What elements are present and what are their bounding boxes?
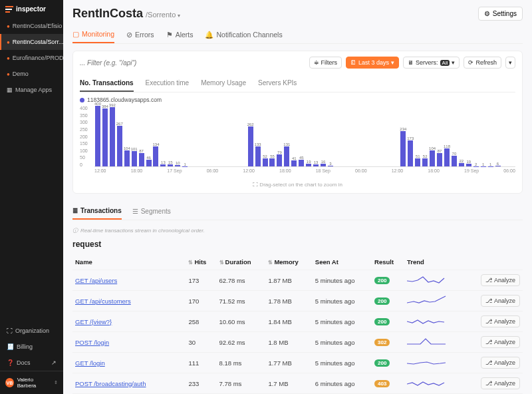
date-range-button[interactable]: 🗓Last 3 days▾: [346, 57, 399, 69]
chart-bar[interactable]: [356, 106, 363, 166]
tab-notification-channels[interactable]: 🔔Notification Channels: [205, 26, 282, 43]
analyze-button[interactable]: ⎇Analyze: [481, 336, 520, 348]
chart-bar[interactable]: 55: [269, 106, 276, 166]
chart-bar[interactable]: 41: [291, 106, 297, 166]
sidebar-app-3[interactable]: ●Demo: [0, 66, 63, 82]
analyze-button[interactable]: ⎇Analyze: [481, 274, 520, 286]
txn-link[interactable]: GET /{view?}: [75, 318, 112, 325]
tab-monitoring[interactable]: ▢Monitoring: [72, 26, 114, 43]
chart-bar[interactable]: 173: [407, 106, 414, 166]
chart-bar[interactable]: 15: [167, 106, 174, 166]
chart-bar[interactable]: 1: [480, 106, 487, 166]
chart-bar[interactable]: [509, 106, 515, 166]
analyze-button[interactable]: ⎇Analyze: [481, 315, 520, 327]
chart-bar[interactable]: 133: [255, 106, 261, 166]
chart-bar[interactable]: [218, 106, 225, 166]
sidebar-app-1[interactable]: ●RentInCosta/Sorr...: [0, 34, 63, 50]
chart-bar[interactable]: 101: [131, 106, 138, 166]
chart-bar[interactable]: 52: [422, 106, 428, 166]
tab-alerts[interactable]: ⚑Alerts: [166, 26, 194, 43]
chart-bar[interactable]: [189, 106, 196, 166]
chart-bar[interactable]: [233, 106, 239, 166]
sidebar-bottom-docs[interactable]: ❓Docs↗: [0, 355, 63, 371]
analyze-button[interactable]: ⎇Analyze: [481, 357, 520, 369]
chart-bar[interactable]: 104: [429, 106, 436, 166]
title-subtitle[interactable]: /Sorrento ▾: [146, 11, 180, 19]
tab-errors[interactable]: ⊘Errors: [126, 26, 154, 43]
chart-bar[interactable]: [203, 106, 210, 166]
chart-bar[interactable]: 79: [276, 106, 283, 166]
settings-button[interactable]: ⚙ Settings: [478, 7, 523, 21]
chart-bar[interactable]: 19: [466, 106, 472, 166]
sidebar-bottom-organization[interactable]: ⛶Organization: [0, 323, 63, 339]
chart-bar[interactable]: [196, 106, 203, 166]
chart-bar[interactable]: 87: [436, 106, 443, 166]
chart-bar[interactable]: 392: [109, 106, 116, 166]
chart-bar[interactable]: 400: [94, 106, 101, 166]
chart-bar[interactable]: 131: [283, 106, 290, 166]
chart-bar[interactable]: 267: [116, 106, 123, 166]
transactions-chart[interactable]: 050100150200250300350400 400384392267104…: [80, 106, 515, 179]
chart-bar[interactable]: [371, 106, 378, 166]
txn-link[interactable]: POST /login: [75, 339, 109, 346]
chart-bar[interactable]: 3: [327, 106, 334, 166]
analyze-button[interactable]: ⎇Analyze: [481, 377, 520, 389]
chart-bar[interactable]: 19: [305, 106, 312, 166]
filter-input[interactable]: [80, 59, 305, 67]
chart-bar[interactable]: [392, 106, 399, 166]
chart-bar[interactable]: 384: [102, 106, 108, 166]
chart-bar[interactable]: [378, 106, 385, 166]
chart-bar[interactable]: 52: [262, 106, 269, 166]
chart-bar[interactable]: [211, 106, 217, 166]
chart-bar[interactable]: [386, 106, 392, 166]
chart-bar[interactable]: 10: [174, 106, 181, 166]
chart-bar[interactable]: 51: [414, 106, 421, 166]
chart-bar[interactable]: [364, 106, 370, 166]
chart-bar[interactable]: [334, 106, 341, 166]
subtab-no-transactions[interactable]: No. Transactions: [80, 75, 134, 92]
servers-filter[interactable]: 🖥Servers:All▾: [403, 57, 460, 69]
subtab-servers-kpis[interactable]: Servers KPIs: [258, 75, 297, 92]
chart-bar[interactable]: 16: [320, 106, 327, 166]
chart-bar[interactable]: 46: [146, 106, 152, 166]
chart-bar[interactable]: 87: [138, 106, 145, 166]
chart-bar[interactable]: 104: [124, 106, 130, 166]
sidebar-app-0[interactable]: ●RentInCosta/Efisio: [0, 18, 63, 34]
chart-bar[interactable]: 234: [400, 106, 406, 166]
chart-bar[interactable]: 13: [313, 106, 319, 166]
user-row[interactable]: VB Valerio Barbera ⇕: [0, 371, 63, 394]
refresh-dropdown[interactable]: ▾: [505, 57, 515, 69]
col-memory[interactable]: ⇅Memory: [265, 254, 312, 270]
txn-link[interactable]: GET /login: [75, 359, 105, 367]
section-tab-segments[interactable]: ☰Segments: [132, 203, 171, 220]
txn-link[interactable]: POST /broadcasting/auth: [75, 380, 146, 387]
chart-bar[interactable]: 134: [153, 106, 160, 166]
col-duration[interactable]: ⇅Duration: [217, 254, 266, 270]
section-tab-transactions[interactable]: ≣Transactions: [72, 203, 122, 220]
chart-bar[interactable]: [240, 106, 247, 166]
chart-bar[interactable]: 2: [473, 106, 479, 166]
chart-bar[interactable]: [342, 106, 348, 166]
chart-bar[interactable]: 45: [298, 106, 305, 166]
txn-link[interactable]: GET /api/users: [75, 277, 117, 284]
chart-bar[interactable]: 262: [247, 106, 254, 166]
chart-bar[interactable]: 118: [444, 106, 450, 166]
col-hits[interactable]: ⇅Hits: [186, 254, 216, 270]
subtab-execution-time[interactable]: Execution time: [146, 75, 190, 92]
chart-bar[interactable]: 1: [182, 106, 188, 166]
chart-bar[interactable]: [225, 106, 232, 166]
chart-bar[interactable]: 13: [160, 106, 166, 166]
analyze-button[interactable]: ⎇Analyze: [481, 295, 520, 307]
txn-link[interactable]: GET /api/customers: [75, 297, 131, 305]
chart-bar[interactable]: 6: [495, 106, 501, 166]
chart-bar[interactable]: 70: [451, 106, 458, 166]
chart-bar[interactable]: [349, 106, 356, 166]
refresh-button[interactable]: ⟳Refresh: [464, 57, 501, 69]
sidebar-bottom-billing[interactable]: 🧾Billing: [0, 339, 63, 355]
subtab-memory-usage[interactable]: Memory Usage: [201, 75, 246, 92]
chart-bar[interactable]: 1: [487, 106, 494, 166]
chart-bar[interactable]: [502, 106, 509, 166]
sidebar-app-2[interactable]: ●Eurofinance/PROD: [0, 50, 63, 66]
chart-bar[interactable]: 22: [458, 106, 465, 166]
filters-button[interactable]: ≑Filters: [309, 57, 342, 69]
